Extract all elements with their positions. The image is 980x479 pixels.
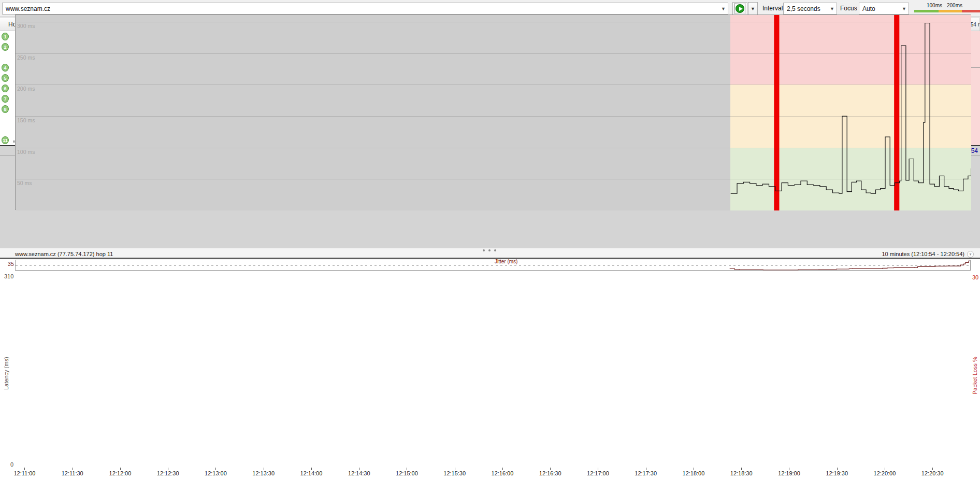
packet-loss-axis-max: 30 [972,274,978,280]
interval-value[interactable]: 2,5 seconds [784,5,828,12]
focus-combo[interactable]: Auto ▼ [859,3,909,15]
target-address-combo[interactable]: www.seznam.cz ▼ [2,3,728,15]
y-axis-title: Latency (ms) [3,332,9,415]
time-axis-tick [598,468,598,470]
focus-label: Focus [840,5,857,12]
time-axis-tick [789,468,789,470]
interval-label: Interval [762,5,783,12]
time-axis-tick [24,468,25,470]
jitter-line-chart [16,260,970,272]
timeline-panel: 35 Jitter (ms) [0,259,980,479]
packet-loss-axis-title: Packet Loss % [972,334,978,417]
time-axis-tick [502,468,503,470]
time-axis-label: 12:15:00 [396,470,418,476]
time-axis-label: 12:19:30 [826,470,848,476]
time-axis-tick [215,468,216,470]
time-axis-label: 12:12:00 [109,470,132,476]
legend-gradient-bar [914,10,980,12]
legend-100ms-label: 100ms [927,3,942,8]
splitter-grip-icon[interactable] [483,249,496,251]
target-address-value[interactable]: www.seznam.cz [3,5,719,12]
time-axis-tick [455,468,455,470]
jitter-strip[interactable]: Jitter (ms) [15,260,971,271]
time-axis-label: 12:18:00 [683,470,705,476]
time-axis-label: 12:13:00 [205,470,227,476]
time-axis-label: 12:20:30 [921,470,944,476]
time-axis-label: 12:12:30 [157,470,179,476]
time-axis-label: 12:20:00 [874,470,896,476]
play-icon [736,4,744,13]
hop-number-badge: 6 [2,84,9,92]
chevron-down-icon[interactable]: ▼ [719,6,728,11]
time-axis-tick [932,468,933,470]
time-axis-label: 12:18:30 [730,470,753,476]
time-axis-label: 12:13:30 [252,470,275,476]
time-axis-tick [885,468,885,470]
time-axis-tick [407,468,407,470]
start-trace-dropdown-button[interactable]: ▼ [748,2,758,15]
latency-color-legend: 100ms 200ms [914,2,980,15]
latency-timeline-plot[interactable]: 300 ms250 ms200 ms150 ms100 ms50 ms [15,15,971,210]
pane-splitter[interactable]: www.seznam.cz (77.75.74.172) hop 11 10 m… [0,248,980,258]
hop-number-badge: 5 [2,74,9,82]
start-trace-button[interactable] [732,2,747,15]
time-axis-tick [120,468,121,470]
time-axis-tick [168,468,168,470]
time-axis-label: 12:17:30 [635,470,657,476]
latency-timeline-chart [16,15,971,210]
time-axis-tick [264,468,264,470]
time-axis-label: 12:17:00 [587,470,609,476]
time-axis-tick [646,468,646,470]
legend-segment [962,10,980,12]
time-axis-label: 12:11:00 [13,470,35,476]
time-axis-label: 12:14:30 [348,470,370,476]
hop-number-badge: 11 [2,136,9,144]
legend-segment [914,10,939,12]
y-axis-max: 310 [4,273,13,279]
time-axis-label: 12:11:30 [62,470,83,476]
chevron-down-icon[interactable]: ▼ [828,6,837,11]
time-axis-label: 12:16:30 [539,470,561,476]
time-axis-label: 12:15:30 [443,470,466,476]
hop-number-badge: 1 [2,33,9,40]
time-axis-label: 12:19:00 [778,470,800,476]
pingplotter-window: www.seznam.cz ▼ ▼ Interval 2,5 seconds ▼… [0,0,980,479]
time-axis-tick [741,468,742,470]
timeline-target-title: www.seznam.cz (77.75.74.172) hop 11 [15,251,113,257]
focus-value[interactable]: Auto [859,5,900,12]
time-axis: 12:11:0012:11:3012:12:0012:12:3012:13:00… [15,469,971,479]
hop-number-badge: 2 [2,43,9,51]
time-axis-label: 12:16:00 [492,470,514,476]
time-axis-tick [694,468,694,470]
time-axis-tick [73,468,73,470]
hop-number-badge: 7 [2,95,9,103]
timeline-options-chevron-icon[interactable]: ▾ [967,251,974,258]
y-axis-zero: 0 [4,461,13,468]
chevron-down-icon[interactable]: ▼ [900,6,909,11]
time-axis-tick [550,468,551,470]
time-axis-tick [359,468,359,470]
time-axis-tick [311,468,312,470]
time-axis-tick [837,468,838,470]
timeline-range-label: 10 minutes (12:10:54 - 12:20:54) [882,251,964,257]
jitter-axis-max: 35 [5,261,14,267]
hop-number-badge: 8 [2,105,9,113]
hop-number-badge: 4 [2,64,9,72]
interval-combo[interactable]: 2,5 seconds ▼ [783,3,837,15]
focus-rectangle [734,3,745,14]
legend-segment [939,10,962,12]
time-axis-label: 12:14:00 [300,470,323,476]
legend-200ms-label: 200ms [947,3,962,8]
